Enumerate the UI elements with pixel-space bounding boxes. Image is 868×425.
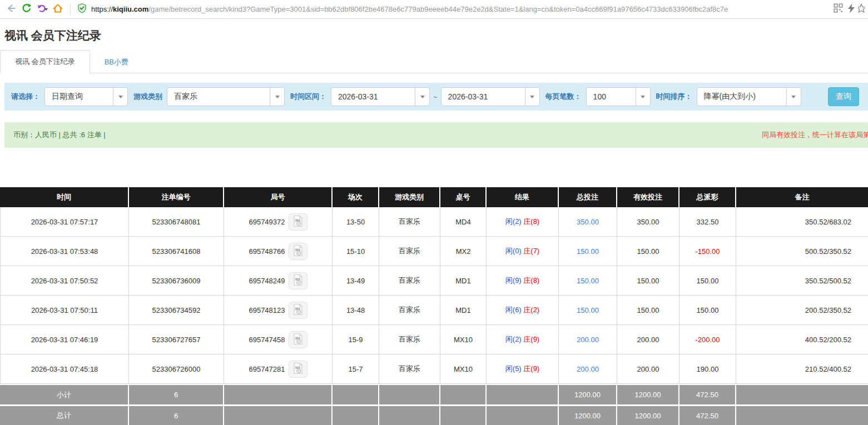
cell-result: 闲(9) 庄(8) xyxy=(487,266,559,296)
cell-remark: 200.52/350.52 xyxy=(736,296,868,325)
cell-time: 2026-03-31 07:46:19 xyxy=(0,325,129,354)
cell-result: 闲(0) 庄(7) xyxy=(487,237,559,266)
summary-valid-bet: 1200.00 xyxy=(617,404,679,425)
search-button[interactable]: 查询 xyxy=(828,87,859,106)
result-banker: 庄(9) xyxy=(523,364,539,373)
summary-total-bet: 1200.00 xyxy=(559,384,617,404)
cell-session: 15-10 xyxy=(333,237,379,266)
cell-result: 闲(2) 庄(9) xyxy=(487,325,559,354)
cell-time: 2026-03-31 07:50:52 xyxy=(0,266,129,296)
table-body: 2026-03-31 07:57:17 523306748081 6957493… xyxy=(0,207,868,384)
query-type-select[interactable]: 日期查询 xyxy=(44,87,128,106)
cell-remark: 210.52/400.52 xyxy=(736,354,868,384)
summary-payout: 472.50 xyxy=(679,404,736,425)
tab-bb-tip[interactable]: BB小费 xyxy=(90,51,143,73)
page-size-value: 100 xyxy=(587,92,636,101)
chevron-down-icon[interactable] xyxy=(113,88,127,106)
cell-bet-id: 523306727657 xyxy=(129,325,224,354)
game-type-select[interactable]: 百家乐 xyxy=(167,87,285,106)
col-header-result: 结果 xyxy=(487,187,559,207)
home-icon xyxy=(52,3,63,16)
cell-payout: 190.00 xyxy=(679,354,736,384)
refresh-icon xyxy=(21,3,32,16)
cell-payout: 150.00 xyxy=(679,296,736,325)
page-size-label: 每页笔数： xyxy=(545,92,582,102)
cell-valid-bet: 150.00 xyxy=(617,266,679,296)
query-type-label: 请选择： xyxy=(11,92,40,102)
video-replay-button[interactable] xyxy=(289,213,307,231)
round-id-text: 695748249 xyxy=(249,277,285,285)
cell-table-no: MX10 xyxy=(440,354,487,384)
cell-result: 闲(6) 庄(2) xyxy=(487,296,559,325)
video-replay-button[interactable] xyxy=(289,331,307,348)
cell-valid-bet: 200.00 xyxy=(617,354,679,384)
result-banker: 庄(8) xyxy=(523,217,539,226)
video-file-icon xyxy=(292,333,304,347)
cell-total-bet: 350.00 xyxy=(559,207,617,237)
date-from-select[interactable]: 2026-03-31 xyxy=(331,87,430,106)
cell-bet-id: 523306741608 xyxy=(129,237,224,266)
filter-bar: 请选择： 日期查询 游戏类别 百家乐 时间区间： 2026-03-31 ~ 20… xyxy=(4,83,868,111)
browser-toolbar: https://kiqiiu.com/game/betrecord_search… xyxy=(0,0,868,19)
cell-remark: 500.52/350.52 xyxy=(736,237,868,266)
cell-table-no: MD1 xyxy=(440,296,487,325)
cell-remark: 400.52/200.52 xyxy=(736,325,868,354)
summary-bar: 币别：人民币 | 总共 :6 注单 | 同局有效投注，统一计算在该局第 xyxy=(4,122,868,148)
undo-button[interactable] xyxy=(34,2,50,17)
cell-table-no: MX2 xyxy=(440,237,487,266)
round-id-text: 695749372 xyxy=(249,218,285,226)
round-id-text: 695747281 xyxy=(249,365,285,373)
col-header-bet-id: 注单编号 xyxy=(129,187,224,207)
url-scheme: https:// xyxy=(91,5,113,13)
cell-total-bet: 200.00 xyxy=(559,354,617,384)
page-size-select[interactable]: 100 xyxy=(586,87,651,106)
chevron-down-icon[interactable] xyxy=(525,88,539,106)
cell-payout: 332.50 xyxy=(679,207,736,237)
chevron-down-icon[interactable] xyxy=(636,88,650,106)
summary-label: 总计 xyxy=(0,404,129,425)
refresh-button[interactable] xyxy=(19,2,34,17)
url-bar[interactable]: https://kiqiiu.com/game/betrecord_search… xyxy=(75,2,829,17)
cell-table-no: MX10 xyxy=(440,325,487,354)
table-summary-row: 总计 6 1200.00 1200.00 472.50 xyxy=(0,404,868,425)
chevron-down-icon[interactable] xyxy=(270,88,284,106)
sort-order-value: 降幂(由大到小) xyxy=(697,92,786,102)
date-from-value: 2026-03-31 xyxy=(331,92,415,101)
chevron-down-icon[interactable] xyxy=(786,88,801,106)
cell-game-type: 百家乐 xyxy=(379,354,440,384)
date-to-value: 2026-03-31 xyxy=(442,92,525,101)
video-replay-button[interactable] xyxy=(289,243,307,260)
video-file-icon xyxy=(292,274,304,288)
summary-count: 6 xyxy=(129,384,224,404)
result-player: 闲(5) xyxy=(505,364,522,373)
toolbar-divider xyxy=(70,4,71,15)
cell-round-id: 695748249 xyxy=(224,266,333,296)
cell-total-bet: 150.00 xyxy=(559,296,617,325)
home-button[interactable] xyxy=(50,2,66,17)
tab-bet-records[interactable]: 视讯 会员下注纪录 xyxy=(0,50,90,73)
lightning-button[interactable] xyxy=(845,2,858,17)
video-replay-button[interactable] xyxy=(289,361,307,378)
result-player: 闲(2) xyxy=(505,217,522,226)
cell-round-id: 695748123 xyxy=(224,296,333,325)
chevron-down-icon[interactable] xyxy=(415,88,429,106)
star-icon xyxy=(858,3,865,16)
round-id-text: 695748123 xyxy=(249,306,285,314)
cell-session: 15-9 xyxy=(333,325,379,354)
url-path: /game/betrecord_search/kind3?GameType=30… xyxy=(148,5,728,13)
summary-label: 小计 xyxy=(0,384,129,404)
video-replay-button[interactable] xyxy=(289,302,307,319)
sort-order-label: 时间排序： xyxy=(656,92,692,102)
table-row: 2026-03-31 07:53:48 523306741608 6957487… xyxy=(0,237,868,266)
qr-code-button[interactable] xyxy=(831,2,845,17)
sort-order-select[interactable]: 降幂(由大到小) xyxy=(697,87,801,106)
date-to-select[interactable]: 2026-03-31 xyxy=(441,87,540,106)
video-replay-button[interactable] xyxy=(289,272,307,289)
qr-code-icon xyxy=(834,3,843,15)
cell-round-id: 695748766 xyxy=(224,237,333,266)
video-file-icon xyxy=(292,303,304,317)
back-button[interactable] xyxy=(3,2,19,17)
cell-remark: 350.52/683.02 xyxy=(736,207,868,237)
bet-records-table: 时间 注单编号 局号 场次 游戏类别 桌号 结果 总投注 有效投注 总派彩 备注… xyxy=(0,187,868,425)
star-button[interactable] xyxy=(858,2,865,17)
